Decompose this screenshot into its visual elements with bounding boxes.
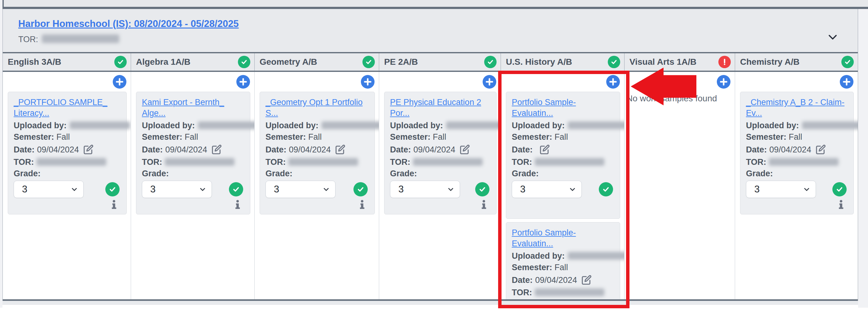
subject-name: PE 2A/B xyxy=(384,57,484,67)
subject-column: _Geometry Opt 1 Portfolio S... Uploaded … xyxy=(255,72,379,299)
school-year-link[interactable]: Harbor Homeschool (IS): 08/20/2024 - 05/… xyxy=(18,18,239,29)
grade-select[interactable]: 3 xyxy=(142,181,212,198)
add-work-sample-button[interactable] xyxy=(236,75,250,89)
redacted-uploader-name xyxy=(446,121,501,129)
add-work-sample-button[interactable] xyxy=(113,75,126,89)
subject-name: U.S. History A/B xyxy=(506,57,608,67)
chevron-down-icon xyxy=(322,185,330,193)
tor-row: TOR: xyxy=(746,156,848,168)
edit-date-icon[interactable] xyxy=(539,144,550,155)
subject-column: No work samples found xyxy=(624,72,735,299)
collapse-chevron-icon[interactable] xyxy=(827,31,839,43)
grade-selected-value: 3 xyxy=(520,184,525,195)
subject-header-cell: U.S. History A/B xyxy=(501,53,624,71)
work-sample-link[interactable]: Portfolio Sample- Evaluatin... xyxy=(512,227,615,249)
semester-label: Semester: xyxy=(512,132,552,142)
status-alert-icon xyxy=(718,56,731,68)
edit-date-icon[interactable] xyxy=(581,275,592,286)
grade-label-row: Grade: xyxy=(266,168,370,179)
info-icon[interactable] xyxy=(480,200,488,210)
work-sample-link[interactable]: _PORTFOLIO SAMPLE_ Literacy... xyxy=(13,97,121,119)
redacted-uploader-name xyxy=(198,121,255,129)
tor-row: TOR: xyxy=(266,156,370,168)
edit-date-icon[interactable] xyxy=(459,144,470,155)
grade-select[interactable]: 3 xyxy=(390,181,460,198)
subject-column: Kami Export - Bernth_ Alge... Uploaded b… xyxy=(131,72,255,299)
date-row: Date: 09/04/2024 xyxy=(13,143,121,156)
grade-row: 3 xyxy=(142,181,245,198)
info-icon[interactable] xyxy=(837,200,845,210)
add-work-sample-button[interactable] xyxy=(717,75,731,89)
tor-label: TOR: xyxy=(142,157,162,167)
edit-date-icon[interactable] xyxy=(815,144,826,155)
grade-select[interactable]: 3 xyxy=(746,181,816,198)
work-sample-link[interactable]: _Geometry Opt 1 Portfolio S... xyxy=(266,97,370,119)
grade-label: Grade: xyxy=(142,169,169,178)
grade-select[interactable]: 3 xyxy=(13,181,84,198)
school-year-panel: Harbor Homeschool (IS): 08/20/2024 - 05/… xyxy=(2,9,858,301)
subject-name: Visual Arts 1A/B xyxy=(629,57,718,67)
work-sample-link[interactable]: Portfolio Sample- Evaluatin... xyxy=(512,97,615,119)
redacted-tor-name xyxy=(42,34,119,43)
date-row: Date: 09/04/2024 xyxy=(266,143,370,156)
chevron-down-icon xyxy=(70,185,79,193)
date-label: Date: xyxy=(142,144,163,156)
semester-value: Fall xyxy=(185,132,198,142)
subject-header-row: English 3A/B Algebra 1A/B Geometry A/B P… xyxy=(3,53,858,72)
tor-label: TOR: xyxy=(13,157,34,167)
grade-label-row: Grade: xyxy=(390,168,491,179)
work-sample-link[interactable]: PE Physical Education 2 Por... xyxy=(390,97,491,119)
grade-complete-icon xyxy=(475,182,490,196)
subject-column: PE Physical Education 2 Por... Uploaded … xyxy=(379,72,501,299)
info-icon[interactable] xyxy=(359,200,366,210)
section-divider xyxy=(2,7,868,9)
semester-label: Semester: xyxy=(512,263,552,272)
date-label: Date: xyxy=(512,275,533,286)
work-sample-card: _Geometry Opt 1 Portfolio S... Uploaded … xyxy=(259,92,375,214)
grade-row: 3 xyxy=(390,181,491,198)
info-icon[interactable] xyxy=(234,200,241,210)
redacted-tor-name xyxy=(413,158,483,166)
edit-date-icon[interactable] xyxy=(83,144,94,155)
tor-row: TOR: xyxy=(512,156,615,168)
grade-label: Grade: xyxy=(13,169,40,178)
add-work-sample-button[interactable] xyxy=(606,75,620,89)
subject-header-cell: Chemistry A/B xyxy=(735,53,858,71)
grade-select[interactable]: 3 xyxy=(266,181,336,198)
date-value: 09/04/2024 xyxy=(770,144,811,156)
status-complete-icon xyxy=(363,56,375,68)
add-work-sample-button[interactable] xyxy=(840,75,854,89)
date-label: Date: xyxy=(390,144,411,156)
uploaded-by-row: Uploaded by: xyxy=(512,120,615,131)
info-icon[interactable] xyxy=(110,200,118,210)
date-label: Date: xyxy=(746,144,767,156)
subject-header-cell: Algebra 1A/B xyxy=(131,53,255,71)
subject-header-cell: Geometry A/B xyxy=(255,53,379,71)
date-value: 09/04/2024 xyxy=(413,144,455,156)
add-work-sample-button[interactable] xyxy=(361,75,374,89)
grade-select[interactable]: 3 xyxy=(512,181,582,198)
subject-column: _Chemistry A_B 2 - Claim-Ev... Uploaded … xyxy=(735,72,858,299)
semester-row: Semester: Fall xyxy=(512,262,615,273)
tor-row: TOR: xyxy=(512,287,615,299)
edit-date-icon[interactable] xyxy=(211,144,222,155)
semester-value: Fall xyxy=(433,132,446,142)
redacted-uploader-name xyxy=(568,121,624,129)
tor-label: TOR: xyxy=(512,157,532,167)
semester-value: Fall xyxy=(789,132,802,142)
uploaded-by-label: Uploaded by: xyxy=(142,121,195,130)
subject-name: English 3A/B xyxy=(8,57,114,67)
grade-label-row: Grade: xyxy=(512,168,615,179)
grade-label-row: Grade: xyxy=(142,168,245,179)
status-complete-icon xyxy=(841,56,854,68)
work-sample-link[interactable]: _Chemistry A_B 2 - Claim-Ev... xyxy=(746,97,848,119)
edit-date-icon[interactable] xyxy=(335,144,346,155)
work-sample-card: _PORTFOLIO SAMPLE_ Literacy... Uploaded … xyxy=(8,92,127,214)
semester-label: Semester: xyxy=(266,132,306,142)
subject-name: Geometry A/B xyxy=(259,57,363,67)
chevron-down-icon xyxy=(568,185,577,193)
subject-name: Chemistry A/B xyxy=(740,57,841,67)
semester-row: Semester: Fall xyxy=(266,131,370,143)
work-sample-link[interactable]: Kami Export - Bernth_ Alge... xyxy=(142,97,245,119)
add-work-sample-button[interactable] xyxy=(483,75,496,89)
